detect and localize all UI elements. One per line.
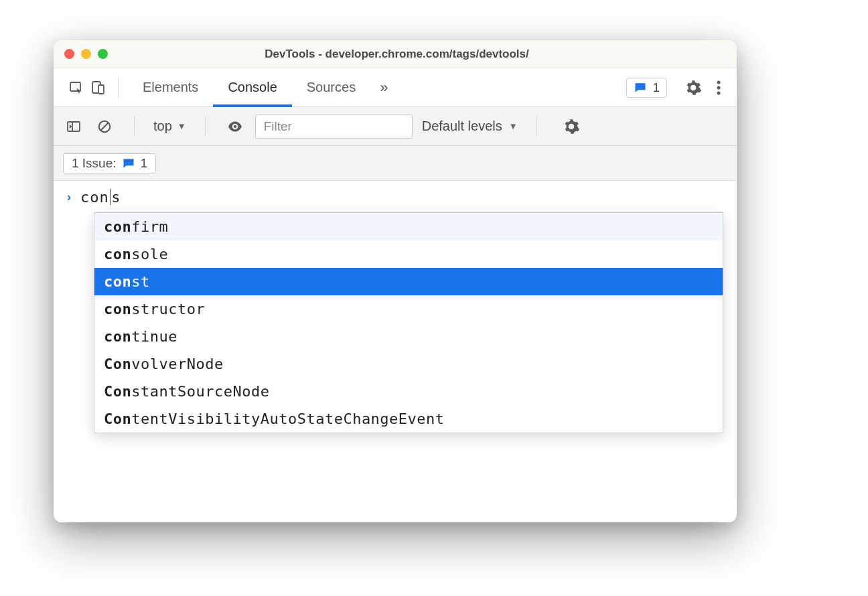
- svg-point-4: [717, 86, 721, 89]
- issues-count: 1: [141, 156, 148, 171]
- minimize-window-button[interactable]: [81, 49, 91, 59]
- tabs-row: Elements Console Sources » 1: [54, 68, 737, 107]
- context-label: top: [153, 119, 172, 134]
- issues-row: 1 Issue: 1: [54, 146, 737, 181]
- autocomplete-item[interactable]: console: [94, 240, 723, 268]
- svg-point-8: [234, 125, 236, 127]
- svg-rect-2: [98, 85, 104, 94]
- tab-sources[interactable]: Sources: [292, 68, 370, 106]
- titlebar: DevTools - developer.chrome.com/tags/dev…: [54, 40, 737, 68]
- separator: [134, 117, 135, 137]
- traffic-lights: [64, 49, 108, 59]
- svg-point-5: [717, 91, 721, 94]
- device-toggle-icon[interactable]: [87, 77, 108, 98]
- more-menu-button[interactable]: [709, 78, 729, 98]
- issues-chip[interactable]: 1: [626, 78, 667, 98]
- prompt-chevron-icon: ›: [67, 190, 71, 204]
- chevron-down-icon: ▼: [177, 121, 186, 131]
- issues-badge[interactable]: 1 Issue: 1: [63, 153, 156, 173]
- window-title: DevTools - developer.chrome.com/tags/dev…: [108, 48, 686, 61]
- issues-chip-count: 1: [652, 80, 660, 95]
- separator: [536, 117, 537, 137]
- devtools-window: DevTools - developer.chrome.com/tags/dev…: [54, 40, 737, 522]
- autocomplete-item[interactable]: ContentVisibilityAutoStateChangeEvent: [94, 405, 723, 433]
- svg-point-3: [717, 80, 721, 84]
- gear-icon: [563, 118, 580, 135]
- separator: [118, 78, 119, 98]
- autocomplete-item[interactable]: ConstantSourceNode: [94, 378, 723, 405]
- autocomplete-item[interactable]: confirm: [94, 213, 723, 240]
- separator: [205, 117, 206, 137]
- context-selector[interactable]: top ▼: [153, 119, 186, 134]
- log-levels-selector[interactable]: Default levels ▼: [422, 119, 518, 134]
- log-levels-label: Default levels: [422, 119, 502, 134]
- autocomplete-popup: confirmconsoleconstconstructorcontinueCo…: [94, 212, 723, 433]
- autocomplete-item[interactable]: constructor: [94, 295, 723, 323]
- tabs-overflow-button[interactable]: »: [370, 79, 397, 96]
- settings-button[interactable]: [683, 78, 703, 98]
- kebab-icon: [717, 80, 721, 95]
- sidebar-toggle-icon[interactable]: [63, 116, 84, 137]
- chevron-down-icon: ▼: [509, 121, 518, 131]
- issues-label: 1 Issue:: [72, 156, 117, 171]
- autocomplete-item[interactable]: continue: [94, 323, 723, 350]
- inspect-icon[interactable]: [66, 77, 87, 98]
- live-expression-icon[interactable]: [224, 116, 246, 137]
- message-icon: [122, 157, 135, 170]
- console-body: › cons confirmconsoleconstconstructorcon…: [54, 181, 737, 433]
- autocomplete-item[interactable]: ConvolverNode: [94, 350, 723, 378]
- autocomplete-item[interactable]: const: [94, 268, 723, 295]
- console-settings-button[interactable]: [561, 117, 581, 137]
- tab-elements[interactable]: Elements: [128, 68, 213, 106]
- close-window-button[interactable]: [64, 49, 74, 59]
- console-input[interactable]: cons: [80, 189, 121, 206]
- gear-icon: [684, 79, 702, 96]
- console-filter-row: top ▼ Default levels ▼: [54, 107, 737, 146]
- svg-rect-6: [68, 122, 80, 131]
- zoom-window-button[interactable]: [98, 49, 108, 59]
- tab-console[interactable]: Console: [213, 68, 291, 106]
- filter-input[interactable]: [255, 115, 413, 139]
- message-icon: [634, 81, 647, 94]
- console-prompt[interactable]: › cons: [67, 189, 737, 206]
- clear-console-icon[interactable]: [94, 116, 115, 137]
